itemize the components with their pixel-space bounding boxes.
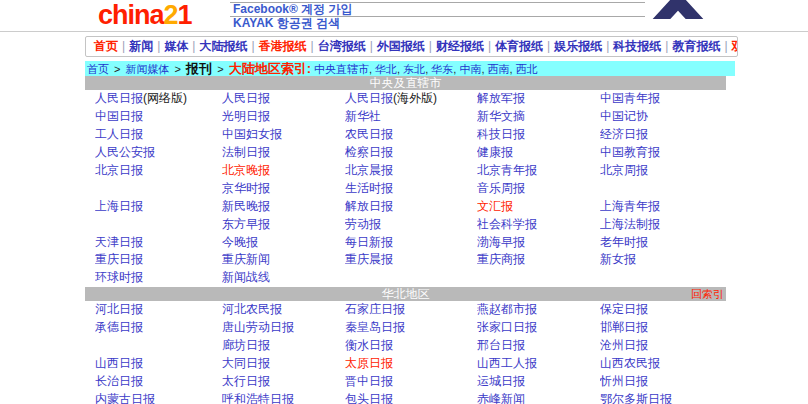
newspaper-link[interactable]: 健康报 <box>477 144 513 161</box>
newspaper-link[interactable]: 保定日报 <box>600 301 648 318</box>
nav-item[interactable]: 香港报纸 <box>259 39 307 53</box>
newspaper-link[interactable]: 河北农民报 <box>222 301 282 318</box>
newspaper-link[interactable]: 燕赵都市报 <box>477 301 537 318</box>
newspaper-link[interactable]: 长治日报 <box>95 373 143 390</box>
newspaper-link[interactable]: 廊坊日报 <box>222 337 270 354</box>
newspaper-link[interactable]: 音乐周报 <box>477 180 525 197</box>
region-link[interactable]: 西北 <box>516 63 538 75</box>
newspaper-link[interactable]: 上海法制报 <box>600 216 660 233</box>
region-link[interactable]: 西南 <box>488 63 510 75</box>
newspaper-link[interactable]: 京华时报 <box>222 180 270 197</box>
nav-item[interactable]: 首页 <box>94 39 118 53</box>
newspaper-link[interactable]: 新女报 <box>600 251 636 268</box>
newspaper-link[interactable]: 老年时报 <box>600 234 648 251</box>
newspaper-link[interactable]: 工人日报 <box>95 126 143 143</box>
newspaper-link[interactable]: 社会科学报 <box>477 216 537 233</box>
nav-item[interactable]: 外国报纸 <box>377 39 425 53</box>
newspaper-link[interactable]: 上海日报 <box>95 198 143 215</box>
newspaper-link[interactable]: 新闻战线 <box>222 269 270 286</box>
newspaper-link[interactable]: 北京青年报 <box>477 162 537 179</box>
newspaper-link[interactable]: 重庆商报 <box>477 251 525 268</box>
nav-item[interactable]: 双核翻译 <box>732 39 739 53</box>
newspaper-link[interactable]: 重庆日报 <box>95 251 143 268</box>
newspaper-link[interactable]: 文汇报 <box>477 198 513 215</box>
region-link[interactable]: 东北 <box>403 63 425 75</box>
nav-item[interactable]: 娱乐报纸 <box>554 39 602 53</box>
newspaper-link[interactable]: 石家庄日报 <box>345 301 405 318</box>
newspaper-link[interactable]: 人民公安报 <box>95 144 155 161</box>
nav-item[interactable]: 媒体 <box>164 39 188 53</box>
newspaper-link[interactable]: 大同日报 <box>222 355 270 372</box>
newspaper-link[interactable]: 太行日报 <box>222 373 270 390</box>
back-to-index-link[interactable]: 回索引 <box>691 288 724 301</box>
region-link[interactable]: 华东 <box>431 63 453 75</box>
newspaper-link[interactable]: 科技日报 <box>477 126 525 143</box>
newspaper-link[interactable]: 人民日报 <box>345 90 393 107</box>
newspaper-link[interactable]: 渤海早报 <box>477 234 525 251</box>
newspaper-link[interactable]: 中国教育报 <box>600 144 660 161</box>
newspaper-link[interactable]: 山西农民报 <box>600 355 660 372</box>
newspaper-link[interactable]: 人民日报 <box>222 90 270 107</box>
newspaper-link[interactable]: 包头日报 <box>345 391 393 404</box>
newspaper-link[interactable]: 赤峰新闻 <box>477 391 525 404</box>
newspaper-link[interactable]: 河北日报 <box>95 301 143 318</box>
newspaper-link[interactable]: 每日新报 <box>345 234 393 251</box>
newspaper-link[interactable]: 运城日报 <box>477 373 525 390</box>
newspaper-link[interactable]: 光明日报 <box>222 108 270 125</box>
newspaper-link[interactable]: 东方早报 <box>222 216 270 233</box>
region-link[interactable]: 华北 <box>375 63 397 75</box>
newspaper-link[interactable]: 人民日报 <box>95 90 143 107</box>
newspaper-link[interactable]: 中国青年报 <box>600 90 660 107</box>
nav-item[interactable]: 体育报纸 <box>495 39 543 53</box>
region-link[interactable]: 中南 <box>459 63 481 75</box>
newspaper-link[interactable]: 中国记协 <box>600 108 648 125</box>
newspaper-link[interactable]: 中国日报 <box>95 108 143 125</box>
newspaper-link[interactable]: 天津日报 <box>95 234 143 251</box>
newspaper-link[interactable]: 重庆晨报 <box>345 251 393 268</box>
newspaper-link[interactable]: 经济日报 <box>600 126 648 143</box>
newspaper-link[interactable]: 新华社 <box>345 108 381 125</box>
newspaper-link[interactable]: 唐山劳动日报 <box>222 319 294 336</box>
newspaper-link[interactable]: 忻州日报 <box>600 373 648 390</box>
newspaper-link[interactable]: 邢台日报 <box>477 337 525 354</box>
newspaper-link[interactable]: 今晚报 <box>222 234 258 251</box>
newspaper-link[interactable]: 中国妇女报 <box>222 126 282 143</box>
newspaper-link[interactable]: 生活时报 <box>345 180 393 197</box>
chevron-up-icon[interactable] <box>651 0 705 23</box>
newspaper-link[interactable]: 晋中日报 <box>345 373 393 390</box>
facebook-signup-dropdown[interactable]: Facebook® 계정 가입 ▼ <box>230 2 645 16</box>
newspaper-link[interactable]: 劳动报 <box>345 216 381 233</box>
nav-item[interactable]: 新闻 <box>129 39 153 53</box>
newspaper-link[interactable]: 沧州日报 <box>600 337 648 354</box>
newspaper-link[interactable]: 鄂尔多斯日报 <box>600 391 672 404</box>
newspaper-link[interactable]: 张家口日报 <box>477 319 537 336</box>
newspaper-link[interactable]: 北京周报 <box>600 162 648 179</box>
newspaper-link[interactable]: 新华文摘 <box>477 108 525 125</box>
newspaper-link[interactable]: 北京晨报 <box>345 162 393 179</box>
newspaper-link[interactable]: 北京晚报 <box>222 162 270 179</box>
nav-item[interactable]: 大陆报纸 <box>199 39 247 53</box>
newspaper-link[interactable]: 新民晚报 <box>222 198 270 215</box>
newspaper-link[interactable]: 承德日报 <box>95 319 143 336</box>
newspaper-link[interactable]: 内蒙古日报 <box>95 391 155 404</box>
newspaper-link[interactable]: 北京日报 <box>95 162 143 179</box>
newspaper-link[interactable]: 衡水日报 <box>345 337 393 354</box>
region-link[interactable]: 中央直辖市 <box>314 63 369 75</box>
nav-item[interactable]: 教育报纸 <box>672 39 720 53</box>
newspaper-link[interactable]: 太原日报 <box>345 355 393 372</box>
kayak-search-dropdown[interactable]: KAYAK 항공권 검색 ▼ <box>230 16 645 30</box>
nav-item[interactable]: 科技报纸 <box>613 39 661 53</box>
newspaper-link[interactable]: 检察日报 <box>345 144 393 161</box>
newspaper-link[interactable]: 环球时报 <box>95 269 143 286</box>
newspaper-link[interactable]: 重庆新闻 <box>222 251 270 268</box>
breadcrumb-link[interactable]: 首页 <box>87 63 109 75</box>
nav-item[interactable]: 财经报纸 <box>436 39 484 53</box>
nav-item[interactable]: 台湾报纸 <box>318 39 366 53</box>
newspaper-link[interactable]: 解放日报 <box>345 198 393 215</box>
newspaper-link[interactable]: 呼和浩特日报 <box>222 391 294 404</box>
newspaper-link[interactable]: 山西工人报 <box>477 355 537 372</box>
newspaper-link[interactable]: 法制日报 <box>222 144 270 161</box>
site-logo[interactable]: china21 <box>98 0 192 31</box>
newspaper-link[interactable]: 邯郸日报 <box>600 319 648 336</box>
newspaper-link[interactable]: 解放军报 <box>477 90 525 107</box>
